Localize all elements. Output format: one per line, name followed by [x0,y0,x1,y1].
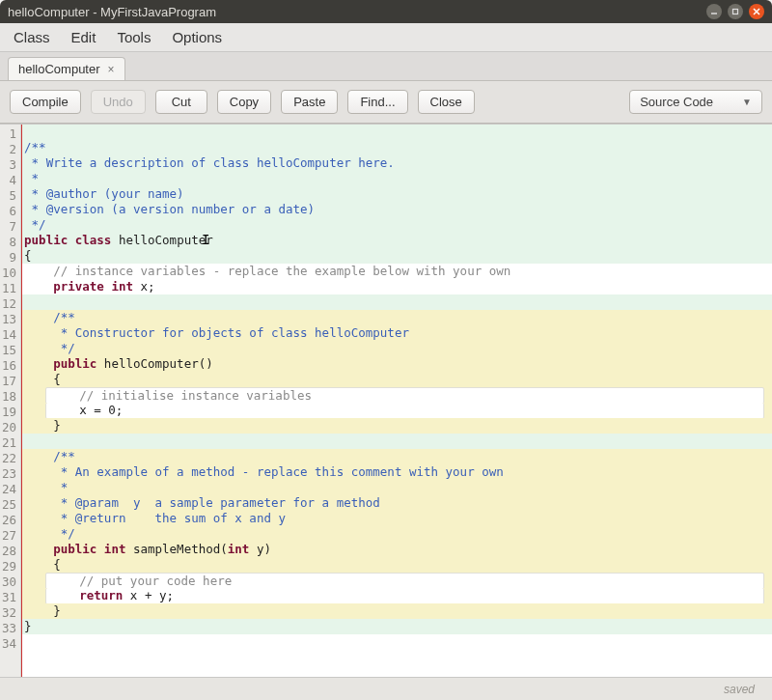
line-number: 23 [2,466,16,482]
toolbar: Compile Undo Cut Copy Paste Find... Clos… [0,81,772,124]
minimize-button[interactable] [706,4,722,19]
code-area[interactable]: /** * Write a description of class hello… [21,125,772,677]
code-text: return [79,588,123,602]
tab-label: helloComputer [18,62,100,76]
code-text: * Write a description of class helloComp… [24,155,395,170]
menu-tools[interactable]: Tools [117,29,151,45]
find-button[interactable]: Find... [347,90,407,114]
code-text: * @return the sum of x and y [53,511,292,525]
line-number: 17 [2,374,16,389]
code-text: */ [53,526,75,541]
code-text: x; [141,279,155,294]
titlebar[interactable]: helloComputer - MyFirstJavaProgram [0,0,772,23]
tab-hellocomputer[interactable]: helloComputer × [8,57,125,80]
line-number: 5 [2,188,16,204]
undo-button[interactable]: Undo [91,90,146,114]
code-text: * Constructor for objects of class hello… [53,325,409,340]
code-text: private [53,279,104,294]
code-text: class [75,233,112,247]
close-tab-icon[interactable]: × [108,63,115,76]
line-number: 31 [2,590,16,605]
window-title: helloComputer - MyFirstJavaProgram [8,5,701,19]
line-number: 18 [2,389,16,405]
maximize-button[interactable] [728,4,743,19]
code-text: } [53,603,61,618]
line-number: 33 [2,621,16,636]
code-text: sampleMethod( [133,542,228,556]
line-number: 25 [2,497,16,513]
code-text: */ [24,217,46,232]
line-number: 26 [2,513,16,528]
tabbar: helloComputer × [0,52,772,81]
line-number: 28 [2,544,16,559]
code-text: public [53,542,96,556]
compile-button[interactable]: Compile [10,90,81,114]
line-number: 29 [2,559,16,574]
code-text: x + y; [130,588,174,602]
line-number: 16 [2,358,16,374]
menubar: Class Edit Tools Options [0,23,772,52]
code-text: * [53,480,75,494]
svg-rect-1 [733,10,738,14]
line-number: 12 [2,296,16,312]
code-text: helloComputer [119,233,213,247]
line-number: 10 [2,266,16,281]
code-text: * [24,171,46,185]
code-text: { [53,372,61,386]
line-number: 7 [2,219,16,235]
line-number: 13 [2,312,16,327]
view-mode-label: Source Code [640,95,713,109]
editor[interactable]: 1234567891011121314151617181920212223242… [0,124,772,677]
code-text: int [104,542,126,556]
code-text: */ [53,341,75,355]
code-text: y) [257,542,271,556]
line-gutter: 1234567891011121314151617181920212223242… [0,125,21,677]
line-number: 6 [2,204,16,219]
code-text: /** [24,140,46,154]
code-text: // instance variables - replace the exam… [53,264,510,278]
code-text: int [228,542,250,556]
line-number: 22 [2,451,16,466]
line-number: 21 [2,435,16,451]
line-number: 19 [2,405,16,420]
code-text: public [53,356,96,371]
menu-class[interactable]: Class [14,29,50,45]
code-text: public [24,233,68,247]
code-text: { [24,248,32,263]
code-text: * @param y a sample parameter for a meth… [53,495,380,510]
app-window: helloComputer - MyFirstJavaProgram Class… [0,0,772,700]
code-text: /** [53,310,75,324]
view-mode-select[interactable]: Source Code ▼ [629,90,762,114]
code-text: * @author (your name) [24,186,191,201]
code-text: int [111,279,133,294]
copy-button[interactable]: Copy [217,90,271,114]
code-text: // put your code here [79,574,232,588]
code-text: // initialise instance variables [79,388,312,403]
line-number: 9 [2,250,16,266]
statusbar: saved [0,677,772,700]
paste-button[interactable]: Paste [281,90,338,114]
line-number: 30 [2,574,16,590]
line-number: 27 [2,528,16,544]
code-text: /** [53,449,75,463]
chevron-down-icon: ▼ [742,97,752,107]
line-number: 15 [2,343,16,358]
line-number: 3 [2,157,16,173]
status-text: saved [724,683,755,696]
code-text: } [53,418,61,433]
code-text: * An example of a method - replace this … [53,464,504,479]
close-window-button[interactable] [749,4,764,19]
code-text: x = 0; [79,403,123,417]
code-text: } [24,619,32,633]
cut-button[interactable]: Cut [155,90,207,114]
menu-options[interactable]: Options [172,29,222,45]
close-button[interactable]: Close [418,90,475,114]
line-number: 4 [2,173,16,188]
code-text: * @version (a version number or a date) [24,202,315,216]
line-number: 14 [2,327,16,343]
menu-edit[interactable]: Edit [71,29,96,45]
line-number: 2 [2,142,16,157]
line-number: 20 [2,420,16,435]
line-number: 34 [2,636,16,652]
line-number: 11 [2,281,16,296]
